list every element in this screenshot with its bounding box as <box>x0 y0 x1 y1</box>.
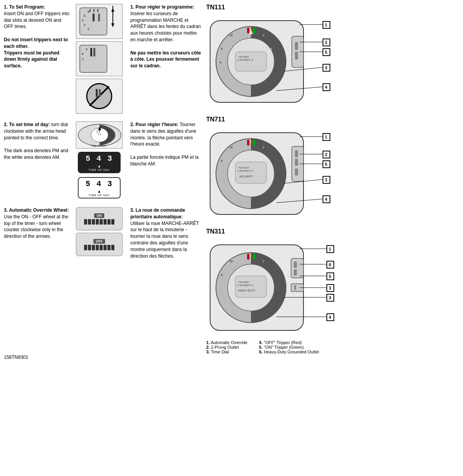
section3-english: 3. Automatic Override Wheel: Use the ON … <box>4 207 70 259</box>
override-on-label: ON <box>94 213 104 218</box>
svg-text:8: 8 <box>221 160 223 162</box>
svg-text:1: 1 <box>329 247 331 251</box>
section2-title: 2. To set time of day: <box>4 122 50 127</box>
svg-text:HEAVY DUTY: HEAVY DUTY <box>238 289 255 292</box>
product-legend: 1. Automatic Override 2. 2-Prong Outlet … <box>206 340 459 354</box>
tripper-insert-svg: 6 5 4 3 2 <box>78 6 121 37</box>
svg-rect-13 <box>93 14 95 21</box>
svg-rect-7 <box>93 9 95 12</box>
no-symbol-svg <box>78 81 121 112</box>
override-off-box: OFF <box>76 233 123 256</box>
products-column: TN111 THE NEW <box>202 4 459 360</box>
section3-title: 3. Automatic Override Wheel: <box>4 207 69 213</box>
svg-text:9: 9 <box>86 47 88 51</box>
section3-diagrams: ON OFF <box>70 207 128 259</box>
svg-rect-33 <box>295 42 298 50</box>
svg-text:5: 5 <box>325 162 327 167</box>
svg-rect-14 <box>98 14 100 21</box>
section1-diagrams: 6 5 4 3 2 <box>70 4 128 114</box>
svg-text:2: 2 <box>325 40 327 45</box>
svg-rect-46 <box>247 28 249 33</box>
svg-marker-12 <box>111 8 114 12</box>
svg-rect-68 <box>295 169 298 176</box>
svg-rect-112 <box>247 254 249 260</box>
section3-body: Use the ON - OFF wheel at the top of the… <box>4 214 68 239</box>
clock-dial-diagram: 2 1 1 2 TIME OF DAY <box>76 121 123 149</box>
no-adjacent-diagram: 9 8 .7. <box>76 41 123 76</box>
svg-rect-23 <box>96 89 98 97</box>
svg-text:8: 8 <box>82 52 84 56</box>
product-tn311: TN311 <box>206 228 459 354</box>
section1-french-body: Insérer les curseurs de programmation MA… <box>130 11 201 42</box>
svg-text:10: 10 <box>230 34 233 37</box>
svg-text:2: 2 <box>88 27 89 31</box>
product-tn111-title: TN111 <box>206 4 459 11</box>
svg-text:5: 5 <box>329 274 331 279</box>
svg-rect-99 <box>294 269 297 276</box>
svg-text:SECURITY: SECURITY <box>239 175 253 178</box>
section1-notitle: Do not insert trippers next to each othe… <box>4 37 68 49</box>
section3-french: 3. La roue de commande prioritaire autom… <box>128 207 202 259</box>
svg-text:TIME OF DAY: TIME OF DAY <box>91 145 106 147</box>
no-symbol-diagram <box>76 79 123 114</box>
section2-english: 2. To set time of day: turn dial clockwi… <box>4 121 70 199</box>
time-arrow-dark: ▲ <box>97 164 101 168</box>
svg-rect-37 <box>235 52 267 71</box>
svg-rect-20 <box>93 48 95 56</box>
svg-rect-97 <box>291 258 303 278</box>
legend-item-6: 6. Heavy-Duty Grounded Outlet <box>259 350 319 354</box>
section3-french-title: 3. La roue de commande prioritaire autom… <box>130 207 185 220</box>
svg-text:1: 1 <box>325 23 327 27</box>
svg-rect-80 <box>253 140 255 146</box>
svg-text:3: 3 <box>329 295 331 300</box>
section2-diagrams: 2 1 1 2 TIME OF DAY 5 4 3 ▲ TIME OF DAY <box>70 121 128 199</box>
svg-text:⬆ INTERMATIC ⬆: ⬆ INTERMATIC ⬆ <box>237 170 253 172</box>
svg-text:3: 3 <box>325 65 327 70</box>
svg-rect-79 <box>247 140 249 146</box>
svg-text:⬆ INTERMATIC ⬆: ⬆ INTERMATIC ⬆ <box>237 59 253 61</box>
svg-rect-6 <box>89 9 91 12</box>
svg-rect-98 <box>294 262 297 268</box>
no-adjacent-svg: 9 8 .7. <box>78 43 121 74</box>
svg-text:3: 3 <box>329 286 331 290</box>
svg-text:5: 5 <box>325 50 327 54</box>
section1-body2: Trippers must be pushed down firmly agai… <box>4 50 60 69</box>
time-label-light: TIME OF DAY <box>88 194 110 197</box>
section2-french-body2: La partie foncée indique PM et la blanch… <box>130 155 198 167</box>
override-on-teeth <box>84 219 114 225</box>
footer-code: 158TN9301 <box>4 355 28 360</box>
svg-text:3: 3 <box>84 23 86 27</box>
section1-body: Insert ON and OFF trippers into dial slo… <box>4 11 69 30</box>
svg-text:⬆ INTERMATIC ⬆: ⬆ INTERMATIC ⬆ <box>237 284 253 286</box>
svg-rect-24 <box>99 89 101 97</box>
svg-text:10: 10 <box>230 260 233 263</box>
legend-left: 1. Automatic Override 2. 2-Prong Outlet … <box>206 340 247 354</box>
svg-text:6: 6 <box>88 10 89 14</box>
svg-text:8: 8 <box>221 274 223 276</box>
product-tn711-title: TN711 <box>206 116 459 123</box>
override-off-teeth <box>84 245 114 250</box>
svg-text:THE NEW: THE NEW <box>238 56 249 58</box>
time-numbers-dark: 5 4 3 <box>86 154 113 163</box>
legend-item-4: 4. "OFF" Tripper (Red) <box>259 340 319 345</box>
time-display-dark: 5 4 3 ▲ TIME OF DAY <box>78 152 121 173</box>
time-numbers-light: 5 4 3 <box>86 179 113 188</box>
tn711-svg: THE NEW ⬆ INTERMATIC ⬆ SECURITY 12 2 10 … <box>206 125 338 222</box>
svg-text:8: 8 <box>221 47 223 50</box>
svg-text:2: 2 <box>263 146 264 149</box>
time-arrow-light: ▲ <box>97 189 101 193</box>
svg-text:2: 2 <box>325 152 327 157</box>
section1-english: 1. To Set Program: Insert ON and OFF tri… <box>4 4 70 114</box>
tripper-insert-diagram: 6 5 4 3 2 <box>76 4 123 39</box>
legend-right: 4. "OFF" Tripper (Red) 5. "ON" Tripper (… <box>259 340 319 354</box>
section3-french-body: Utiliser la roue MARCHE-ARRÊT sur le hau… <box>130 221 199 259</box>
svg-rect-34 <box>295 52 298 60</box>
section1-title: 1. To Set Program: <box>4 4 45 10</box>
svg-rect-67 <box>295 159 298 166</box>
legend-item-1: 1. Automatic Override <box>206 340 247 345</box>
section2-french: 2. Pour régler l'heure: Tourner dans le … <box>128 121 202 199</box>
svg-rect-19 <box>90 48 92 56</box>
time-display-light: 5 4 3 ▲ TIME OF DAY <box>78 177 121 198</box>
svg-marker-10 <box>111 23 114 27</box>
svg-text:4: 4 <box>82 19 84 22</box>
